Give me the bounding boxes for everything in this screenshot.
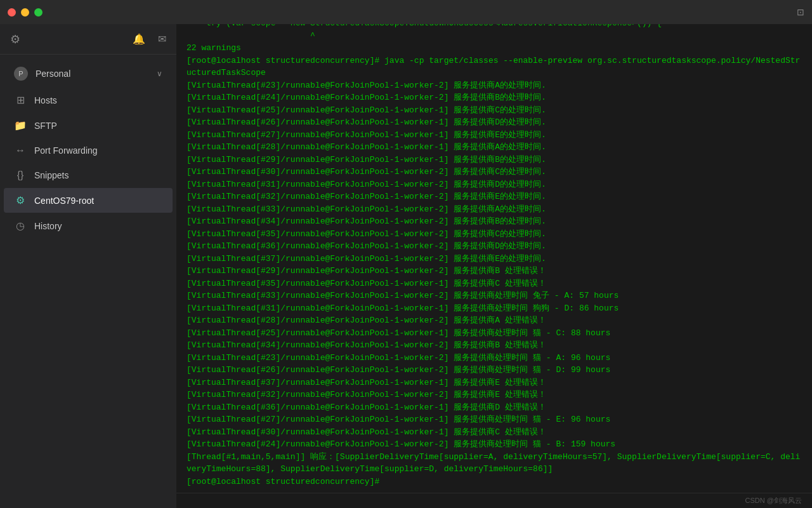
terminal-line: [VirtualThread[#33]/runnable@ForkJoinPoo…: [187, 290, 802, 302]
traffic-lights: [8, 8, 43, 17]
terminal-line: [VirtualThread[#36]/runnable@ForkJoinPoo…: [187, 240, 802, 253]
terminal-line: [VirtualThread[#32]/runnable@ForkJoinPoo…: [187, 389, 802, 401]
terminal-line: [VirtualThread[#26]/runnable@ForkJoinPoo…: [187, 364, 802, 377]
hosts-icon: ⊞: [14, 94, 27, 106]
sidebar-nav: P Personal ∨ ⊞ Hosts 📁 SFTP ↔ Port Forwa…: [0, 55, 176, 508]
terminal-line: [VirtualThread[#34]/runnable@ForkJoinPoo…: [187, 215, 802, 228]
terminal-line: [VirtualThread[#28]/runnable@ForkJoinPoo…: [187, 141, 802, 154]
terminal-line: try (var scope = new StructuredTaskScope…: [187, 24, 802, 30]
terminal-line: [VirtualThread[#37]/runnable@ForkJoinPoo…: [187, 253, 802, 265]
settings-gear-icon[interactable]: ⚙: [10, 32, 20, 46]
terminal-line: [VirtualThread[#23]/runnable@ForkJoinPoo…: [187, 352, 802, 364]
terminal-line: [VirtualThread[#25]/runnable@ForkJoinPoo…: [187, 327, 802, 340]
terminal-line: [VirtualThread[#31]/runnable@ForkJoinPoo…: [187, 302, 802, 315]
terminal-line: [VirtualThread[#35]/runnable@ForkJoinPoo…: [187, 277, 802, 290]
terminal-line: 22 warnings: [187, 42, 802, 55]
sidebar-item-label: History: [34, 221, 162, 231]
terminal-line: [VirtualThread[#28]/runnable@ForkJoinPoo…: [187, 314, 802, 327]
sidebar-header-icons: 🔔 ✉: [133, 33, 166, 45]
sidebar-item-hosts[interactable]: ⊞ Hosts: [4, 88, 173, 112]
terminal-line: [VirtualThread[#25]/runnable@ForkJoinPoo…: [187, 104, 802, 117]
terminal-footer: CSDN @剑海风云: [176, 493, 812, 508]
csdn-watermark: CSDN @剑海风云: [745, 496, 802, 505]
terminal-line: [VirtualThread[#24]/runnable@ForkJoinPoo…: [187, 438, 802, 451]
terminal-line: [VirtualThread[#24]/runnable@ForkJoinPoo…: [187, 91, 802, 104]
terminal-line: [VirtualThread[#27]/runnable@ForkJoinPoo…: [187, 129, 802, 142]
terminal-line: [VirtualThread[#26]/runnable@ForkJoinPoo…: [187, 116, 802, 129]
terminal-line: [VirtualThread[#31]/runnable@ForkJoinPoo…: [187, 178, 802, 191]
terminal[interactable]: try (var scope = new StructuredTaskScope…: [176, 24, 812, 508]
mail-icon[interactable]: ✉: [158, 33, 166, 45]
sidebar-header: ⚙ 🔔 ✉: [0, 24, 176, 55]
expand-icon[interactable]: ⊡: [797, 7, 804, 17]
terminal-line: [VirtualThread[#29]/runnable@ForkJoinPoo…: [187, 154, 802, 166]
terminal-output: try (var scope = new StructuredTaskScope…: [176, 24, 812, 493]
main-layout: ⚙ 🔔 ✉ P Personal ∨ ⊞ Hosts 📁 SFTP: [0, 24, 812, 508]
terminal-line: [VirtualThread[#29]/runnable@ForkJoinPoo…: [187, 265, 802, 277]
sidebar-item-label: Snippets: [34, 170, 162, 180]
sidebar-item-centos79-root[interactable]: ⚙ CentOS79-root: [4, 188, 173, 213]
port-forwarding-icon: ↔: [14, 145, 27, 156]
sidebar-item-label: CentOS79-root: [34, 196, 162, 206]
sidebar-item-label: Port Forwarding: [34, 145, 162, 156]
chevron-down-icon: ∨: [157, 69, 162, 78]
terminal-line: [VirtualThread[#23]/runnable@ForkJoinPoo…: [187, 79, 802, 92]
terminal-line: [VirtualThread[#36]/runnable@ForkJoinPoo…: [187, 401, 802, 414]
sidebar-item-snippets[interactable]: {} Snippets: [4, 163, 173, 187]
terminal-line: [VirtualThread[#30]/runnable@ForkJoinPoo…: [187, 426, 802, 439]
maximize-button[interactable]: [34, 8, 43, 17]
terminal-line: [VirtualThread[#30]/runnable@ForkJoinPoo…: [187, 166, 802, 178]
sftp-icon: 📁: [14, 119, 27, 131]
sidebar-item-port-forwarding[interactable]: ↔ Port Forwarding: [4, 138, 173, 163]
terminal-line: [VirtualThread[#32]/runnable@ForkJoinPoo…: [187, 190, 802, 203]
terminal-line: [VirtualThread[#37]/runnable@ForkJoinPoo…: [187, 377, 802, 389]
bell-icon[interactable]: 🔔: [133, 33, 145, 45]
minimize-button[interactable]: [21, 8, 29, 17]
terminal-line: [VirtualThread[#34]/runnable@ForkJoinPoo…: [187, 339, 802, 352]
close-button[interactable]: [8, 8, 16, 17]
sidebar-item-label: Hosts: [34, 95, 162, 105]
terminal-line: [root@localhost structuredconcurrency]#: [187, 476, 802, 488]
sidebar: ⚙ 🔔 ✉ P Personal ∨ ⊞ Hosts 📁 SFTP: [0, 24, 176, 508]
centos-icon: ⚙: [14, 194, 27, 206]
snippets-icon: {}: [14, 170, 27, 181]
sidebar-item-personal[interactable]: P Personal ∨: [4, 60, 173, 87]
sidebar-item-label: SFTP: [34, 121, 162, 131]
sidebar-item-history[interactable]: ◷ History: [4, 213, 173, 238]
history-icon: ◷: [14, 220, 27, 232]
terminal-line: [Thread[#1,main,5,main]] 响应：[SupplierDel…: [187, 451, 802, 476]
terminal-line: [root@localhost structuredconcurrency]# …: [187, 55, 802, 79]
terminal-line: [VirtualThread[#33]/runnable@ForkJoinPoo…: [187, 203, 802, 216]
avatar: P: [14, 67, 28, 81]
terminal-line: [VirtualThread[#35]/runnable@ForkJoinPoo…: [187, 228, 802, 241]
terminal-line: [VirtualThread[#27]/runnable@ForkJoinPoo…: [187, 413, 802, 426]
personal-label: Personal: [36, 69, 149, 79]
titlebar: ⊡: [0, 0, 812, 24]
terminal-line: ^: [187, 30, 802, 43]
sidebar-item-sftp[interactable]: 📁 SFTP: [4, 113, 173, 138]
